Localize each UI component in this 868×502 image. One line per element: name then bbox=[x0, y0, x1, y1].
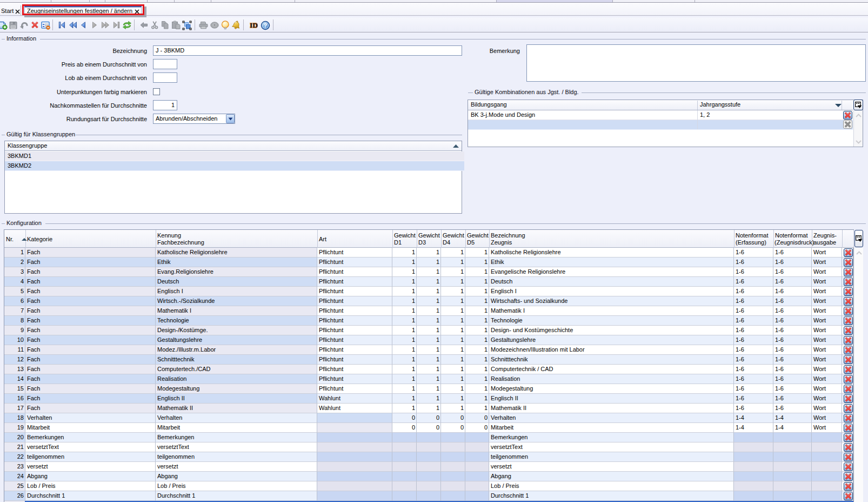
svg-text:?: ? bbox=[264, 22, 267, 29]
